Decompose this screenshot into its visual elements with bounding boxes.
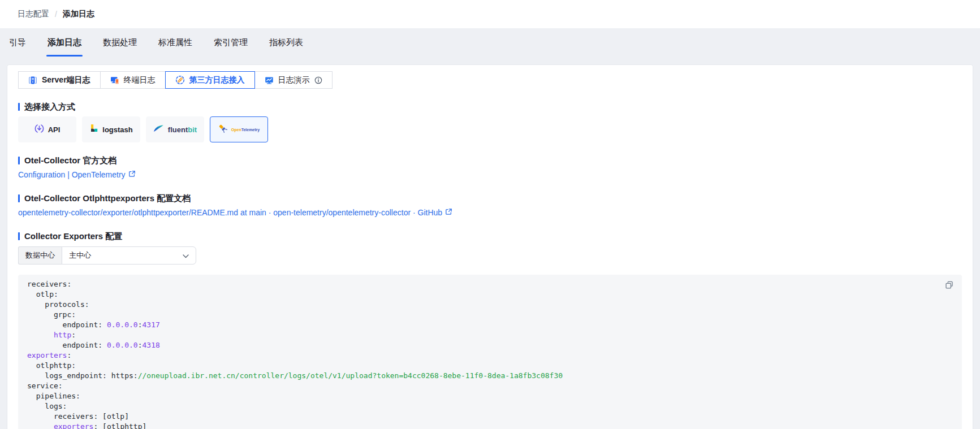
tab-add-log[interactable]: 添加日志 (46, 28, 83, 57)
method-card-logstash[interactable]: logstash (82, 116, 140, 142)
breadcrumb-parent[interactable]: 日志配置 (18, 9, 49, 19)
code-token: logs: (27, 402, 67, 410)
external-link-icon (128, 169, 136, 180)
integration-link-icon (175, 75, 185, 85)
otlphttp-doc-link[interactable]: opentelemetry-collector/exporter/otlphtt… (18, 207, 452, 218)
terminal-log-button[interactable]: 终端日志 (100, 71, 166, 89)
tab-metric-list[interactable]: 指标列表 (268, 28, 304, 57)
section-otlphttp-doc: Otel-Collector Otlphttpexporters 配置文档 (18, 193, 962, 203)
code-token: : (67, 351, 71, 359)
section-access-method: 选择接入方式 (18, 102, 962, 111)
section-accent-bar (18, 103, 20, 111)
demo-monitor-icon (265, 76, 274, 85)
section-accent-bar (18, 232, 20, 240)
code-token: //oneupload.ibr.net.cn/controller/logs/o… (138, 371, 563, 380)
code-token: service: (27, 382, 63, 390)
tab-index-management[interactable]: 索引管理 (213, 28, 249, 57)
code-token: 0.0.0.0 (107, 341, 138, 349)
official-doc-link[interactable]: Configuration | OpenTelemetry (18, 169, 136, 180)
tab-guide[interactable]: 引导 (8, 28, 27, 57)
breadcrumb-current: 添加日志 (63, 9, 94, 19)
section-access-method-title: 选择接入方式 (24, 102, 75, 111)
code-token: otlphttp: (27, 361, 76, 370)
main-card: Server端日志 终端日志 (7, 64, 973, 429)
fluentbit-icon (153, 124, 164, 135)
code-line: protocols: (27, 300, 953, 310)
code-token: : [otlphttp] (93, 422, 146, 429)
chevron-down-icon (183, 252, 189, 260)
code-token: endpoint: (27, 341, 107, 349)
code-token: pipelines: (27, 392, 80, 400)
devices-icon (110, 76, 119, 85)
code-line: receivers: [otlp] (27, 411, 953, 422)
official-doc-link-text: Configuration | OpenTelemetry (18, 169, 126, 180)
log-demo-label: 日志演示 (278, 75, 310, 85)
tab-data-processing[interactable]: 数据处理 (102, 28, 138, 57)
breadcrumb-separator: / (55, 10, 57, 19)
server-log-button[interactable]: Server端日志 (18, 71, 101, 89)
fluentbit-label-part1: fluent (168, 125, 188, 134)
third-party-log-button[interactable]: 第三方日志接入 (165, 71, 255, 89)
code-token: receivers: [otlp] (27, 412, 129, 421)
content-background: 引导添加日志数据处理标准属性索引管理指标列表 Server端日志 (0, 28, 980, 429)
code-token: exporters (27, 351, 67, 359)
server-log-label: Server端日志 (42, 75, 90, 85)
code-line: grpc: (27, 310, 953, 320)
datacenter-selected-value: 主中心 (69, 250, 91, 261)
method-opentelemetry-label: OpenTelemetry (231, 128, 260, 132)
code-token: protocols: (27, 300, 89, 309)
section-accent-bar (18, 157, 20, 164)
datacenter-select-row: 数据中心 主中心 (18, 246, 962, 265)
method-card-opentelemetry[interactable]: OpenTelemetry (210, 116, 268, 142)
code-line: http: (27, 330, 953, 340)
tab-standard-attributes[interactable]: 标准属性 (157, 28, 193, 57)
server-icon (28, 76, 37, 85)
code-line: receivers: (27, 279, 953, 289)
method-logstash-label: logstash (102, 125, 132, 134)
datacenter-select[interactable]: 主中心 (62, 246, 196, 265)
code-line: logs: (27, 401, 953, 411)
otel-label-part1: Open (231, 128, 241, 132)
method-card-fluentbit[interactable]: fluentbit (146, 116, 204, 142)
code-token: logs_endpoint: https: (27, 371, 138, 380)
code-token (27, 331, 54, 339)
code-token: 0.0.0.0 (107, 320, 138, 329)
method-card-api[interactable]: API (18, 116, 76, 142)
code-lines: receivers: otlp: protocols: grpc: endpoi… (27, 279, 953, 429)
code-line: endpoint: 0.0.0.0:4318 (27, 340, 953, 350)
section-exporters-config-title: Collector Exporters 配置 (24, 231, 122, 241)
tab-bar: 引导添加日志数据处理标准属性索引管理指标列表 (0, 28, 980, 57)
yaml-config-code-block: receivers: otlp: protocols: grpc: endpoi… (18, 275, 962, 429)
opentelemetry-icon (218, 124, 227, 135)
logstash-icon (89, 124, 98, 135)
code-line: otlphttp: (27, 361, 953, 371)
method-api-label: API (48, 125, 61, 134)
code-token: 4317 (143, 320, 160, 329)
fluentbit-label-part2: bit (188, 125, 197, 134)
code-token: : (71, 331, 76, 339)
otlphttp-doc-link-text: opentelemetry-collector/exporter/otlphtt… (18, 207, 442, 218)
code-line: exporters: [otlphttp] (27, 422, 953, 429)
terminal-log-label: 终端日志 (124, 75, 156, 85)
external-link-icon (445, 207, 452, 218)
method-fluentbit-label: fluentbit (168, 125, 197, 134)
section-exporters-config: Collector Exporters 配置 (18, 231, 962, 241)
section-accent-bar (18, 194, 20, 202)
code-token (27, 422, 54, 429)
copy-icon[interactable] (944, 280, 954, 290)
code-line: endpoint: 0.0.0.0:4317 (27, 320, 953, 330)
info-circle-icon[interactable] (314, 76, 322, 84)
log-demo-button[interactable]: 日志演示 (254, 71, 333, 89)
code-token: : (138, 341, 143, 349)
code-token: grpc: (27, 310, 76, 319)
code-line: service: (27, 381, 953, 391)
third-party-log-label: 第三方日志接入 (189, 75, 245, 85)
code-token: receivers: (27, 280, 71, 288)
breadcrumb: 日志配置 / 添加日志 (0, 0, 980, 28)
code-line: exporters: (27, 350, 953, 361)
section-official-doc: Otel-Collector 官方文档 (18, 155, 962, 165)
otel-label-part2: Telemetry (241, 128, 260, 132)
datacenter-label: 数据中心 (18, 246, 62, 265)
code-token: otlp: (27, 290, 58, 298)
code-line: otlp: (27, 289, 953, 300)
